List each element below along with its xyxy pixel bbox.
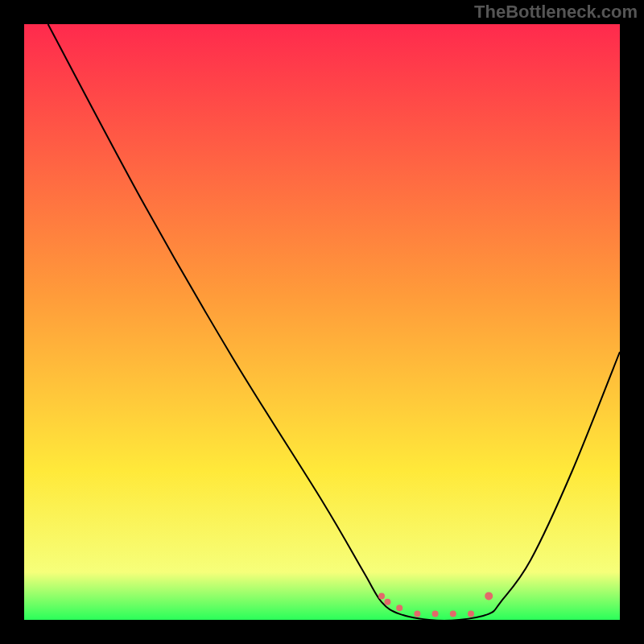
marker-dot <box>414 611 420 617</box>
plot-background <box>24 24 620 620</box>
marker-dot <box>450 611 456 617</box>
marker-dot <box>378 592 385 599</box>
marker-dot <box>384 599 390 605</box>
bottleneck-chart <box>0 0 644 644</box>
marker-dot <box>468 611 474 617</box>
chart-container: TheBottleneck.com <box>0 0 644 644</box>
watermark-text: TheBottleneck.com <box>474 2 638 23</box>
marker-dot <box>432 611 439 617</box>
marker-dot <box>396 605 402 611</box>
marker-dot <box>485 592 493 600</box>
